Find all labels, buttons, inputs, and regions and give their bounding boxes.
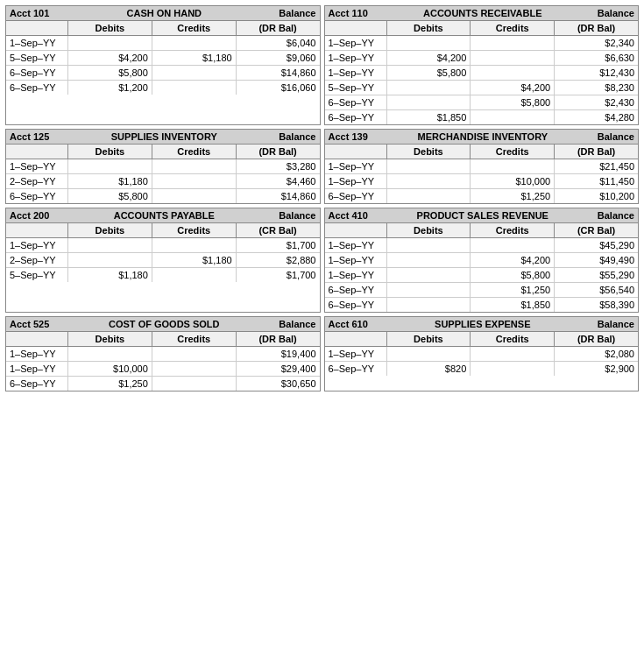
balance-label: Balance: [592, 210, 634, 221]
balance-cell: $10,200: [554, 189, 638, 203]
debit-cell: [386, 95, 471, 109]
credit-cell: [152, 189, 236, 203]
debits-col-header: Debits: [386, 21, 471, 35]
ledger-acct-110: Acct 110ACCOUNTS RECEIVABLEBalanceDebits…: [324, 5, 640, 125]
balance-cell: $6,630: [554, 51, 638, 65]
debits-col-header: Debits: [67, 21, 152, 35]
table-row: 6–Sep–YY$5,800$2,430: [325, 95, 639, 110]
date-cell: 6–Sep–YY: [6, 81, 67, 95]
date-cell: 1–Sep–YY: [325, 253, 386, 267]
debit-cell: [67, 253, 152, 267]
balance-cell: $1,700: [236, 238, 320, 252]
debit-cell: $5,800: [386, 66, 471, 80]
acct-name: COST OF GOODS SOLD: [54, 319, 273, 329]
table-row: 1–Sep–YY$4,200$6,630: [325, 51, 639, 66]
date-cell: 6–Sep–YY: [325, 283, 386, 297]
table-row: 5–Sep–YY$1,180$1,700: [6, 268, 320, 282]
date-cell: 1–Sep–YY: [325, 238, 386, 252]
date-cell: 5–Sep–YY: [6, 268, 67, 282]
acct-name: SUPPLIES EXPENSE: [373, 319, 592, 329]
table-row: 6–Sep–YY$1,850$4,280: [325, 110, 639, 124]
debit-cell: [67, 159, 152, 173]
date-cell: 6–Sep–YY: [325, 95, 386, 109]
balance-col-header: (DR Bal): [554, 332, 638, 346]
balance-cell: $1,700: [236, 268, 320, 282]
debit-cell: [386, 268, 471, 282]
balance-cell: $14,860: [236, 189, 320, 203]
balance-cell: $2,900: [554, 362, 638, 376]
credit-cell: [470, 36, 554, 50]
table-row: 5–Sep–YY$4,200$1,180$9,060: [6, 51, 320, 66]
debit-cell: [67, 238, 152, 252]
date-col-header: [325, 332, 386, 346]
table-row: 1–Sep–YY$5,800$55,290: [325, 268, 639, 283]
credits-col-header: Credits: [152, 332, 236, 346]
balance-cell: $29,400: [236, 362, 320, 376]
debit-cell: $820: [386, 362, 471, 376]
ledger-acct-139: Acct 139MERCHANDISE INVENTORYBalanceDebi…: [324, 129, 640, 204]
debit-cell: [67, 36, 152, 50]
date-cell: 6–Sep–YY: [325, 362, 386, 376]
debit-cell: [67, 347, 152, 361]
date-cell: 1–Sep–YY: [325, 159, 386, 173]
credit-cell: $1,250: [470, 189, 554, 203]
table-row: 1–Sep–YY$6,040: [6, 36, 320, 51]
ledger-acct-200: Acct 200ACCOUNTS PAYABLEBalanceDebitsCre…: [5, 208, 321, 313]
balance-cell: $56,540: [554, 283, 638, 297]
credits-col-header: Credits: [152, 21, 236, 35]
acct-name: MERCHANDISE INVENTORY: [373, 131, 592, 142]
balance-cell: $16,060: [236, 81, 320, 95]
ledger-header-acct-139: Acct 139MERCHANDISE INVENTORYBalance: [325, 130, 639, 145]
balance-cell: $2,430: [554, 95, 638, 109]
debit-cell: [386, 253, 471, 267]
balance-col-header: (DR Bal): [236, 21, 320, 35]
date-cell: 1–Sep–YY: [325, 347, 386, 361]
balance-cell: $11,450: [554, 174, 638, 188]
date-cell: 1–Sep–YY: [325, 51, 386, 65]
balance-cell: $9,060: [236, 51, 320, 65]
balance-label: Balance: [592, 319, 634, 329]
date-cell: 6–Sep–YY: [6, 189, 67, 203]
credit-cell: [470, 362, 554, 376]
acct-name: CASH ON HAND: [54, 8, 273, 18]
balance-col-header: (DR Bal): [236, 332, 320, 346]
table-row: 6–Sep–YY$5,800$14,860: [6, 66, 320, 81]
table-row: 6–Sep–YY$1,250$10,200: [325, 189, 639, 203]
credit-cell: [152, 174, 236, 188]
debit-cell: [386, 81, 471, 95]
credit-cell: [152, 362, 236, 376]
credit-cell: [152, 81, 236, 95]
debit-cell: [386, 189, 471, 203]
balance-label: Balance: [273, 319, 315, 329]
ledger-header-acct-610: Acct 610SUPPLIES EXPENSEBalance: [325, 317, 639, 332]
debits-col-header: Debits: [386, 223, 471, 237]
credit-cell: [470, 238, 554, 252]
table-row: 6–Sep–YY$820$2,900: [325, 362, 639, 376]
table-row: 1–Sep–YY$5,800$12,430: [325, 66, 639, 81]
debit-cell: [386, 238, 471, 252]
balance-cell: $45,290: [554, 238, 638, 252]
balance-cell: $4,280: [554, 110, 638, 124]
balance-col-header: (CR Bal): [236, 223, 320, 237]
table-row: 5–Sep–YY$4,200$8,230: [325, 81, 639, 95]
debit-cell: $5,800: [67, 66, 152, 80]
date-col-header: [325, 21, 386, 35]
table-row: 6–Sep–YY$1,250$56,540: [325, 283, 639, 298]
credit-cell: $1,180: [152, 51, 236, 65]
date-cell: 1–Sep–YY: [325, 66, 386, 80]
credit-cell: $1,180: [152, 253, 236, 267]
date-col-header: [6, 21, 67, 35]
debit-cell: [386, 298, 471, 312]
table-row: 1–Sep–YY$19,400: [6, 347, 320, 362]
date-cell: 6–Sep–YY: [6, 66, 67, 80]
date-cell: 1–Sep–YY: [325, 268, 386, 282]
debit-cell: $4,200: [67, 51, 152, 65]
table-row: 1–Sep–YY$21,450: [325, 159, 639, 174]
balance-col-header: (DR Bal): [236, 145, 320, 159]
ledger-acct-610: Acct 610SUPPLIES EXPENSEBalanceDebitsCre…: [324, 316, 640, 391]
ledger-acct-101: Acct 101CASH ON HANDBalanceDebitsCredits…: [5, 5, 321, 125]
credit-cell: [152, 347, 236, 361]
balance-col-header: (DR Bal): [554, 21, 638, 35]
credit-cell: [470, 159, 554, 173]
balance-label: Balance: [273, 8, 315, 18]
